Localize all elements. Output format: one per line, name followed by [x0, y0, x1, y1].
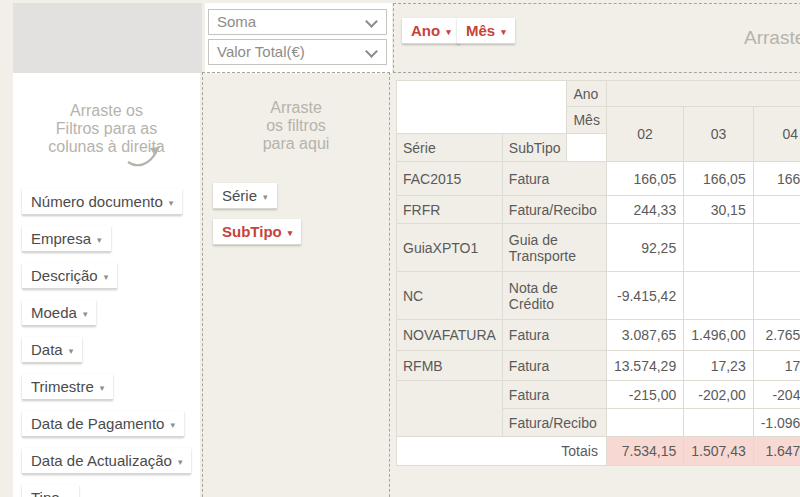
totals-label: Totais	[397, 437, 607, 466]
subtipo-cell: Guia de Transporte	[502, 224, 606, 272]
hint-line: Arraste os	[70, 102, 143, 119]
table-row: Fatura -215,00 -202,00 -204,00	[397, 381, 800, 409]
total-cell: 1.647,67	[753, 437, 800, 466]
attr-button-data-de-actualizacao[interactable]: Data de Actualização▾	[22, 448, 191, 474]
table-row: NC Nota de Crédito -9.415,42	[397, 272, 800, 320]
value-cell: -204,00	[753, 381, 800, 409]
month-header: 02	[606, 107, 683, 162]
serie-cell: GuiaXPTO1	[397, 224, 503, 272]
attr-button-ano[interactable]: Ano▾	[402, 18, 460, 44]
chevron-down-icon	[365, 15, 378, 28]
attr-button-label: Data de Pagamento	[31, 415, 164, 432]
subtipo-cell: Fatura	[502, 320, 606, 351]
attr-button-data[interactable]: Data▾	[22, 337, 82, 363]
month-header: 03	[684, 107, 754, 162]
attr-button-data-de-pagamento[interactable]: Data de Pagamento▾	[22, 411, 184, 437]
value-cell: -9.415,42	[606, 272, 683, 320]
attr-button-tipo[interactable]: Tipo▾	[22, 485, 79, 497]
serie-cell: NOVAFATURA	[397, 320, 503, 351]
year-header-cell	[606, 81, 800, 107]
row-dropzone-hint: Arraste os filtros para aqui	[203, 99, 389, 153]
column-attributes-dropzone[interactable]: Ano▾ Mês▾ Arraste os filtros para aqui	[393, 3, 800, 73]
attr-button-label: Descrição	[31, 267, 98, 284]
aggregator-value-value: Valor Total(€)	[217, 43, 305, 60]
chevron-down-icon	[365, 45, 378, 58]
value-cell: -202,00	[684, 381, 754, 409]
attr-button-trimestre[interactable]: Trimestre▾	[22, 374, 113, 400]
aggregator-value-select[interactable]: Valor Total(€)	[208, 39, 387, 65]
aggregator-function-value: Soma	[217, 13, 256, 30]
col-axis-label-mes: Mês	[567, 107, 606, 134]
row-attributes-dropzone[interactable]: Arraste os filtros para aqui Série▾ SubT…	[202, 72, 390, 497]
attr-button-label: Número documento	[31, 193, 163, 210]
attr-button-numero-documento[interactable]: Número documento▾	[22, 189, 182, 215]
attr-button-subtipo[interactable]: SubTipo▾	[213, 219, 301, 245]
hint-line: Filtros para as	[56, 120, 157, 137]
serie-cell: FAC2015	[397, 162, 503, 196]
month-header: 04	[753, 107, 800, 162]
hint-line: os filtros	[266, 117, 326, 134]
caret-down-icon: ▾	[501, 27, 506, 37]
caret-down-icon: ▾	[104, 272, 109, 282]
unused-attributes-panel[interactable]: Arraste os Filtros para as colunas à dir…	[13, 73, 200, 497]
subtipo-cell: Nota de Crédito	[502, 272, 606, 320]
curved-arrow-icon	[125, 142, 165, 170]
table-row: RFMB Fatura 13.574,29 17,23 17,23 1	[397, 351, 800, 381]
aggregator-function-select[interactable]: Soma	[208, 9, 387, 35]
column-dropzone-hint: Arraste os filtros para aqui	[744, 27, 800, 49]
value-cell	[684, 409, 754, 437]
subtipo-cell: Fatura	[502, 351, 606, 381]
value-cell: 92,25	[606, 224, 683, 272]
attr-button-mes[interactable]: Mês▾	[457, 18, 515, 44]
row-axis-label-serie: Série	[397, 134, 503, 162]
totals-row: Totais 7.534,15 1.507,43 1.647,67 1	[397, 437, 800, 466]
attr-button-descricao[interactable]: Descrição▾	[22, 263, 117, 289]
axis-spacer-cell	[567, 134, 606, 162]
subtipo-cell: Fatura/Recibo	[502, 196, 606, 224]
value-cell: 3.087,65	[606, 320, 683, 351]
table-row: FAC2015 Fatura 166,05 166,05 166,05	[397, 162, 800, 196]
value-cell: 166,05	[684, 162, 754, 196]
corner-placeholder	[13, 3, 202, 73]
row-axis-label-subtipo: SubTipo	[502, 134, 567, 162]
attr-button-serie[interactable]: Série▾	[213, 183, 277, 209]
hint-line: para aqui	[263, 135, 330, 152]
value-cell: 17,23	[753, 351, 800, 381]
value-cell: 166,05	[753, 162, 800, 196]
caret-down-icon: ▾	[288, 228, 293, 238]
attr-button-label: Ano	[411, 22, 440, 39]
value-cell	[753, 196, 800, 224]
attr-button-label: Tipo	[31, 489, 60, 497]
attr-button-label: Data	[31, 341, 63, 358]
value-cell: 1.496,00	[684, 320, 754, 351]
corner-blank-cell	[397, 81, 567, 134]
caret-down-icon: ▾	[169, 198, 174, 208]
caret-down-icon: ▾	[69, 346, 74, 356]
attr-button-label: Data de Actualização	[31, 452, 172, 469]
caret-down-icon: ▾	[97, 235, 102, 245]
serie-cell: NC	[397, 272, 503, 320]
caret-down-icon: ▾	[178, 457, 183, 467]
caret-down-icon: ▾	[83, 309, 88, 319]
value-cell: 244,33	[606, 196, 683, 224]
attr-button-empresa[interactable]: Empresa▾	[22, 226, 111, 252]
caret-down-icon: ▾	[100, 383, 105, 393]
unused-panel-hint: Arraste os Filtros para as colunas à dir…	[13, 102, 200, 156]
caret-down-icon: ▾	[263, 192, 268, 202]
value-cell: -215,00	[606, 381, 683, 409]
subtipo-cell: Fatura/Recibo	[502, 409, 606, 437]
value-cell: 166,05	[606, 162, 683, 196]
serie-cell: RFMB	[397, 351, 503, 381]
total-cell: 1.507,43	[684, 437, 754, 466]
subtipo-cell: Fatura	[502, 381, 606, 409]
unused-attributes-list: Número documento▾ Empresa▾ Descrição▾ Mo…	[13, 189, 200, 497]
total-cell: 7.534,15	[606, 437, 683, 466]
attr-button-moeda[interactable]: Moeda▾	[22, 300, 96, 326]
table-row: FRFR Fatura/Recibo 244,33 30,15	[397, 196, 800, 224]
serie-cell	[397, 381, 503, 437]
attr-button-label: Trimestre	[31, 378, 94, 395]
caret-down-icon: ▾	[170, 420, 175, 430]
value-cell	[684, 224, 754, 272]
subtipo-cell: Fatura	[502, 162, 606, 196]
col-axis-label-ano: Ano	[567, 81, 606, 107]
